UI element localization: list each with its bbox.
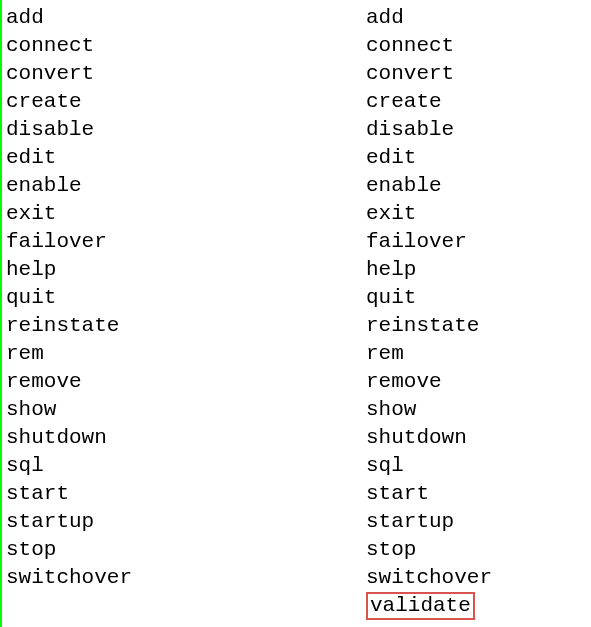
command-list-left: add connect convert create disable edit … bbox=[6, 0, 366, 627]
command-item: startup bbox=[366, 508, 591, 536]
command-item: help bbox=[6, 256, 366, 284]
command-item: start bbox=[366, 480, 591, 508]
command-item: start bbox=[6, 480, 366, 508]
command-item: disable bbox=[366, 116, 591, 144]
command-item: disable bbox=[6, 116, 366, 144]
command-item: show bbox=[366, 396, 591, 424]
command-item: rem bbox=[6, 340, 366, 368]
command-item: remove bbox=[6, 368, 366, 396]
command-item: convert bbox=[366, 60, 591, 88]
command-item: enable bbox=[6, 172, 366, 200]
command-item: shutdown bbox=[6, 424, 366, 452]
command-item: exit bbox=[366, 200, 591, 228]
command-item: switchover bbox=[366, 564, 591, 592]
command-item: exit bbox=[6, 200, 366, 228]
command-item: edit bbox=[6, 144, 366, 172]
diff-added-border bbox=[0, 0, 2, 627]
command-item-highlighted: validate bbox=[366, 592, 591, 620]
command-item: reinstate bbox=[366, 312, 591, 340]
command-item: quit bbox=[6, 284, 366, 312]
command-item: sql bbox=[6, 452, 366, 480]
command-item: sql bbox=[366, 452, 591, 480]
command-item: add bbox=[366, 4, 591, 32]
command-item: create bbox=[366, 88, 591, 116]
command-item: failover bbox=[6, 228, 366, 256]
command-item: enable bbox=[366, 172, 591, 200]
validate-command-highlight: validate bbox=[366, 592, 475, 620]
command-item: shutdown bbox=[366, 424, 591, 452]
command-item: quit bbox=[366, 284, 591, 312]
command-item: failover bbox=[366, 228, 591, 256]
command-item: create bbox=[6, 88, 366, 116]
command-item: connect bbox=[6, 32, 366, 60]
command-item: switchover bbox=[6, 564, 366, 592]
command-item: show bbox=[6, 396, 366, 424]
command-item: stop bbox=[6, 536, 366, 564]
command-item: edit bbox=[366, 144, 591, 172]
command-item: help bbox=[366, 256, 591, 284]
command-list-right: add connect convert create disable edit … bbox=[366, 0, 591, 627]
command-item: startup bbox=[6, 508, 366, 536]
command-item: rem bbox=[366, 340, 591, 368]
command-item: add bbox=[6, 4, 366, 32]
command-item: remove bbox=[366, 368, 591, 396]
command-item: convert bbox=[6, 60, 366, 88]
command-item: connect bbox=[366, 32, 591, 60]
command-item: stop bbox=[366, 536, 591, 564]
command-item: reinstate bbox=[6, 312, 366, 340]
